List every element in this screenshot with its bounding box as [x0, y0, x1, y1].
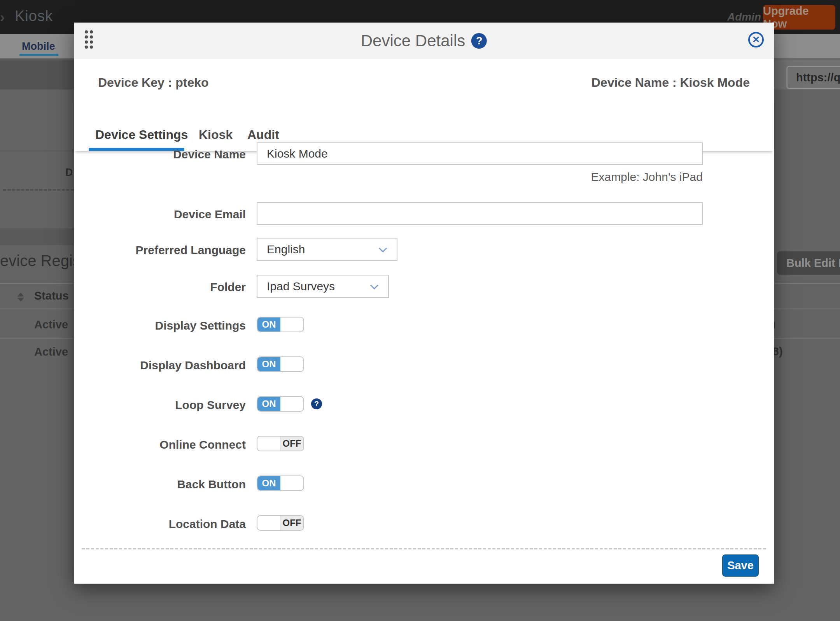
chevron-down-icon — [370, 281, 378, 289]
location-data-toggle[interactable]: OFF — [257, 515, 304, 531]
location-data-label: Location Data — [74, 518, 246, 531]
status-column-header[interactable]: Status — [34, 289, 69, 302]
breadcrumb-chevron-icon: › — [0, 9, 5, 26]
toggle-on-label: ON — [257, 318, 280, 332]
status-badge: Active — [34, 318, 68, 331]
toggle-knob — [280, 318, 303, 332]
modal-title: Device Details — [361, 32, 465, 50]
table-cell-fragment: 8) — [772, 345, 783, 358]
tab-audit[interactable]: Audit — [247, 128, 279, 142]
loop-survey-help-icon[interactable]: ? — [311, 398, 322, 409]
device-details-modal: Device Details ? ✕ Device Key : pteko De… — [74, 23, 774, 584]
device-name-label: Device Name — [74, 148, 246, 161]
modal-header: Device Details ? ✕ — [74, 23, 774, 59]
background-partial-label: D — [65, 167, 73, 179]
device-email-label: Device Email — [74, 208, 246, 221]
loop-survey-toggle[interactable]: ON — [257, 396, 304, 412]
toggle-off-label: OFF — [280, 437, 303, 451]
close-icon[interactable]: ✕ — [748, 32, 764, 47]
admin-menu[interactable]: Admin — [727, 11, 761, 23]
loop-survey-label: Loop Survey — [74, 398, 246, 412]
device-name-header-label: Device Name : Kiosk Mode — [592, 75, 750, 90]
folder-select[interactable]: Ipad Surveys — [257, 275, 389, 298]
preferred-language-select[interactable]: English — [257, 238, 397, 261]
tab-mobile-underline — [19, 54, 58, 56]
background-band — [0, 228, 74, 245]
toolbar-left-panel — [0, 60, 74, 89]
help-icon[interactable]: ? — [471, 33, 487, 49]
drag-handle-icon[interactable] — [85, 30, 93, 49]
display-dashboard-label: Display Dashboard — [74, 359, 246, 372]
footer-dashed-divider — [82, 548, 766, 549]
online-connect-label: Online Connect — [74, 438, 246, 451]
display-settings-label: Display Settings — [74, 319, 246, 332]
divider — [0, 151, 74, 151]
save-button[interactable]: Save — [722, 554, 759, 577]
folder-label: Folder — [74, 281, 246, 294]
dashed-divider — [3, 189, 74, 191]
toggle-on-label: ON — [257, 357, 280, 371]
display-settings-toggle[interactable]: ON — [257, 317, 304, 332]
toggle-knob — [257, 516, 280, 530]
tab-mobile[interactable]: Mobile — [22, 40, 55, 53]
toggle-knob — [280, 357, 303, 371]
device-name-input[interactable] — [257, 142, 703, 165]
folder-value: Ipad Surveys — [267, 280, 335, 293]
url-field[interactable]: https://qa. — [786, 66, 840, 89]
modal-subheader: Device Key : pteko Device Name : Kiosk M… — [74, 59, 774, 98]
status-badge: Active — [34, 346, 68, 358]
device-email-input[interactable] — [257, 202, 703, 225]
back-button-toggle[interactable]: ON — [257, 475, 304, 491]
device-key-label: Device Key : pteko — [98, 75, 209, 90]
bulk-edit-devices-button[interactable]: Bulk Edit Dev — [777, 251, 840, 275]
preferred-language-label: Preferred Language — [74, 244, 246, 257]
preferred-language-value: English — [267, 243, 305, 256]
tab-device-settings[interactable]: Device Settings — [95, 128, 188, 142]
online-connect-toggle[interactable]: OFF — [257, 436, 304, 451]
device-name-hint: Example: John's iPad — [257, 170, 703, 184]
toggle-on-label: ON — [257, 397, 280, 411]
back-button-label: Back Button — [74, 478, 246, 491]
toggle-knob — [280, 397, 303, 411]
chevron-down-icon — [379, 244, 387, 253]
toggle-off-label: OFF — [280, 516, 303, 530]
toggle-knob — [280, 476, 303, 490]
toggle-on-label: ON — [257, 476, 280, 490]
tab-kiosk[interactable]: Kiosk — [199, 128, 233, 142]
page-title: Kiosk — [15, 8, 53, 25]
display-dashboard-toggle[interactable]: ON — [257, 356, 304, 372]
toggle-knob — [257, 437, 280, 451]
